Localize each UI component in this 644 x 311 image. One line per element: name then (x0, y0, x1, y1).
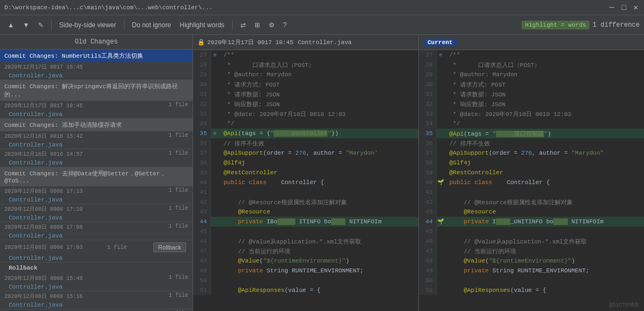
table-row: 31 * 请求数据: JSON (193, 89, 418, 99)
toolbar-separator-1 (51, 20, 52, 31)
gutter (436, 129, 445, 138)
commit-title-5[interactable]: Commit Changes: 去掉@Data使用@Setter，@Getter… (0, 167, 193, 186)
gutter: 🌱 (436, 178, 445, 187)
code-line: @Slf4j (219, 158, 418, 168)
gutter (436, 60, 445, 70)
code-line: @Api(tags = {" controller"}) (219, 129, 418, 138)
table-row: 32 * 响应数据: JSON (193, 99, 418, 109)
commit-title-2[interactable]: Commit Changes: 解决springmvc将返回的字符串识别成路径的… (0, 80, 193, 101)
table-row: 28 * 口请求总入口（POST） (193, 60, 418, 70)
path-text: D:\workspace-idea\...c\main\java\com\...… (4, 4, 213, 11)
table-row: 40public class Controller { (193, 178, 418, 187)
help-button[interactable]: ? (280, 19, 290, 32)
gutter (436, 256, 445, 266)
code-line: // @Resource根据属性名添加注解对象 (445, 197, 644, 207)
table-row: 35@Api(tags = " 接口控制器") (419, 129, 644, 138)
commit-file-3[interactable]: Controller.java (0, 141, 193, 149)
side-by-side-button[interactable]: Side-by-side viewer (56, 19, 120, 32)
line-number: 29 (193, 70, 210, 80)
line-number: 50 (419, 276, 436, 285)
toolbar-icon-2[interactable]: ⊞ (251, 19, 263, 32)
table-row: 35≡@Api(tags = {" controller"}) (193, 129, 418, 138)
commit-file-7[interactable]: Controller.java (0, 232, 193, 240)
code-line: @Slf4j (445, 158, 644, 168)
table-row: 47 // 当前运行的环境 (193, 246, 418, 256)
commit-file-4[interactable]: Controller.java (0, 159, 193, 167)
do-not-ignore-button[interactable]: Do not ignore (129, 19, 175, 32)
gutter (210, 285, 219, 295)
gear-icon: ⚙ (269, 21, 275, 29)
commit-file-8[interactable]: Controller.java (0, 254, 193, 262)
gutter (210, 158, 219, 168)
line-number: 37 (419, 148, 436, 158)
toolbar-icon-1[interactable]: ⇄ (237, 19, 249, 32)
commit-date-8: 2020年12月08日 0008 17:03 (4, 243, 83, 251)
code-line: /** (445, 50, 644, 60)
next-diff-button[interactable]: ▼ (20, 19, 33, 32)
gutter (436, 236, 445, 246)
code-line: @ApiResponses(value = { (445, 285, 644, 295)
rollback-button[interactable]: Rollback (153, 242, 186, 252)
commit-title-1[interactable]: Commit Changes: NumberUtils工具类方法切换 (0, 50, 193, 62)
line-number: 40 (193, 178, 210, 187)
toolbar-separator-3 (232, 20, 233, 31)
edit-button[interactable]: ✎ (35, 19, 47, 32)
line-number: 42 (193, 197, 210, 207)
table-row: 40🌱public class Controller { (419, 178, 644, 187)
line-number: 35 (193, 129, 210, 138)
commit-file-2[interactable]: Controller.java (0, 111, 193, 118)
table-row: 30 * 请求方式: POST (419, 80, 644, 89)
code-line: @RestController (445, 168, 644, 178)
window-controls[interactable]: ─ □ ✕ (608, 4, 640, 11)
line-number: 44 (193, 217, 210, 227)
left-code-panel[interactable]: 27≡/** 28 * 口请求总入口（POST） 29 * @author: M… (193, 50, 419, 311)
table-row: 37@ApiSupport(order = 276, author = "Mar… (419, 148, 644, 158)
rollback-file-2[interactable]: Controller.java (0, 301, 193, 309)
line-number: 38 (419, 158, 436, 168)
line-number: 27 (419, 50, 436, 60)
code-line: * 请求方式: POST (445, 80, 644, 89)
rollback-file-1[interactable]: Controller.java (0, 283, 193, 291)
line-number: 33 (419, 109, 436, 119)
code-line: @RestController (219, 168, 418, 178)
table-row: 47 // 当前运行的环境 (419, 246, 644, 256)
code-line: @ApiSupport(order = 276, author = "Maryd… (219, 148, 418, 158)
code-line: @Value("${runtimeEnvironment}") (445, 256, 644, 266)
line-number: 48 (193, 256, 210, 266)
gutter (436, 109, 445, 119)
maximize-button[interactable]: □ (620, 4, 628, 11)
line-number: 29 (419, 70, 436, 80)
table-row: 48 @Value("${runtimeEnvironment}") (193, 256, 418, 266)
line-number: 41 (419, 187, 436, 197)
code-line (445, 276, 644, 285)
commit-file-1[interactable]: Controller.java (0, 72, 193, 80)
commit-file-5[interactable]: Controller.java (0, 196, 193, 204)
minimize-button[interactable]: ─ (608, 4, 616, 11)
gutter (436, 197, 445, 207)
code-line (445, 227, 644, 236)
code-line: // @Resource根据属性名添加注解对象 (219, 197, 418, 207)
code-line: @Resource (445, 207, 644, 217)
gutter (210, 89, 219, 99)
commit-date-6: 2020年12月08日 0008 17:10 1 file (0, 204, 193, 214)
code-line: private IBo ITINFO bo NITINFOIm (219, 217, 418, 227)
line-number: 42 (419, 197, 436, 207)
table-row: 44 private IBo ITINFO bo NITINFOIm (193, 217, 418, 227)
diff-panels: 27≡/** 28 * 口请求总入口（POST） 29 * @author: M… (193, 50, 644, 311)
highlight-words-button[interactable]: Highlight words (177, 19, 228, 32)
line-number: 49 (419, 266, 436, 276)
commit-file-6[interactable]: Controller.java (0, 214, 193, 222)
gutter (210, 276, 219, 285)
code-line (219, 276, 418, 285)
code-line: * 请求数据: JSON (445, 89, 644, 99)
table-row: 49 private String RUNTIME_ENVIRONMENT; (419, 266, 644, 276)
settings-button[interactable]: ⚙ (265, 19, 278, 32)
line-number: 50 (193, 276, 210, 285)
prev-diff-button[interactable]: ▲ (4, 19, 17, 32)
close-button[interactable]: ✕ (632, 4, 640, 11)
commit-item-2: Commit Changes: 解决springmvc将返回的字符串识别成路径的… (0, 80, 193, 119)
gutter (210, 70, 219, 80)
right-code-panel[interactable]: 27≡/** 28 * 口请求总入口（POST） 29 * @author: M… (419, 50, 644, 311)
commit-meta-8: 2020年12月08日 0008 17:03 1 file Rollback (0, 240, 193, 254)
commit-title-3[interactable]: Commit Changes: 添加手动清除缓存请求 (0, 119, 193, 131)
